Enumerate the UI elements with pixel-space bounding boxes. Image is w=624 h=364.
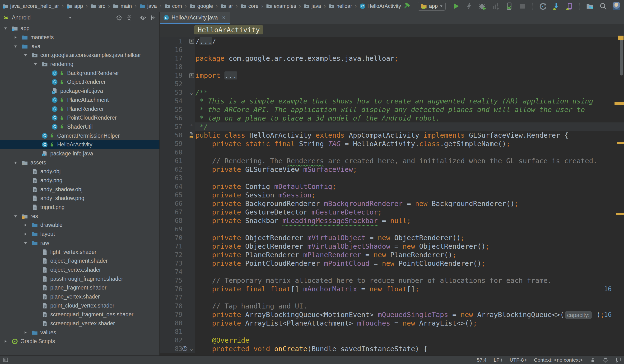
gutter[interactable]: 82 [160, 336, 195, 344]
code-line-57[interactable]: 57⌃ */ [160, 122, 624, 131]
collapsed-arrow-icon[interactable] [12, 34, 19, 41]
gutter[interactable]: 19+ [160, 71, 195, 80]
tree-item-manifests[interactable]: manifests [0, 33, 159, 42]
sync-gradle-icon[interactable] [539, 2, 547, 10]
tree-item-object-vertex-shader[interactable]: object_vertex.shader [0, 265, 159, 275]
collapsed-arrow-icon[interactable] [22, 222, 28, 228]
tree-item-raw[interactable]: raw [0, 239, 159, 248]
expanded-arrow-icon[interactable] [12, 43, 19, 49]
gutter[interactable]: 71 [160, 242, 195, 251]
tree-item-screenquad-vertex-shader[interactable]: screenquad_vertex.shader [0, 319, 159, 328]
breadcrumb-item[interactable]: app [66, 3, 83, 9]
collapse-all-icon[interactable] [126, 15, 132, 21]
manifest-icon[interactable]: <> [189, 135, 194, 139]
attach-debugger-icon[interactable] [505, 2, 513, 10]
gutter[interactable]: 81 [160, 327, 195, 336]
tree-item-shaderutil[interactable]: CShaderUtil [0, 122, 159, 131]
code-line-76[interactable]: 76 private final float[] mAnchorMatrix =… [160, 285, 624, 293]
gutter[interactable]: 63 [160, 174, 195, 182]
gutter[interactable]: 83⌄ [160, 344, 195, 353]
code-line-58[interactable]: 58<>public class HelloArActivity extends… [160, 131, 624, 139]
breadcrumb-item[interactable]: ar [220, 3, 233, 9]
tree-item-drawable[interactable]: drawable [0, 221, 159, 230]
code-line-1[interactable]: 1+/.../ [160, 37, 624, 46]
context[interactable]: Context: <no context> [534, 357, 583, 363]
tree-item-plane-vertex-shader[interactable]: plane_vertex.shader [0, 292, 159, 301]
tree-item-package-info-java[interactable]: Jpackage-info.java [0, 149, 159, 158]
gutter[interactable]: 75 [160, 276, 195, 285]
fold-marker[interactable]: ⌄ [189, 344, 194, 353]
breadcrumb-item[interactable]: google [190, 3, 213, 9]
tree-item-plane-fragment-shader[interactable]: plane_fragment.shader [0, 283, 159, 292]
search-icon[interactable] [599, 2, 607, 10]
tree-item-object-fragment-shader[interactable]: object_fragment.shader [0, 257, 159, 265]
bubble-icon[interactable] [616, 357, 621, 363]
tree-item-package-info-java[interactable]: Jpackage-info.java [0, 87, 159, 96]
gutter[interactable]: 17 [160, 54, 195, 63]
tree-item-helloaractivity[interactable]: CHelloArActivity [0, 140, 159, 149]
tree-item-trigrid-png[interactable]: trigrid.png [0, 203, 159, 212]
gutter[interactable]: 61 [160, 156, 195, 165]
code-line-60[interactable]: 60 [160, 148, 624, 156]
device-explorer-icon[interactable] [586, 2, 594, 10]
breadcrumb-item[interactable]: com [164, 3, 182, 9]
tree-item-res[interactable]: res [0, 212, 159, 221]
gutter[interactable]: 64 [160, 182, 195, 191]
gutter[interactable]: 16 [160, 46, 195, 54]
gutter[interactable]: 56 [160, 114, 195, 122]
gutter[interactable]: 1+ [160, 37, 195, 46]
breadcrumb-item[interactable]: src [90, 3, 105, 9]
code-line-64[interactable]: 64 private Config mDefaultConfig; [160, 182, 624, 191]
error-stripe[interactable] [619, 12, 624, 356]
build-hammer-icon[interactable] [404, 2, 411, 10]
tree-item-gradle-scripts[interactable]: Gradle Scripts [0, 337, 159, 346]
tree-item-planeattachment[interactable]: CPlaneAttachment [0, 96, 159, 105]
gutter[interactable]: 73 [160, 259, 195, 268]
code-line-71[interactable]: 71 private ObjectRenderer mVirtualObject… [160, 242, 624, 251]
code-line-62[interactable]: 62 private GLSurfaceView mSurfaceView; [160, 165, 624, 174]
breadcrumb-item[interactable]: CHelloArActivity [360, 3, 401, 9]
gutter[interactable]: 66 [160, 199, 195, 208]
code-line-55[interactable]: 55 * the ARCore API. The application wil… [160, 105, 624, 114]
tree-item-com-google-ar-core-examples-java-helloar[interactable]: com.google.ar.core.examples.java.helloar [0, 51, 159, 60]
code-line-79[interactable]: 79 private ArrayBlockingQueue<MotionEven… [160, 310, 624, 319]
gutter[interactable]: 18 [160, 63, 195, 71]
gutter[interactable]: 59 [160, 139, 195, 148]
breadcrumb-item[interactable]: examples [266, 3, 296, 9]
apply-changes-icon[interactable] [466, 2, 473, 10]
scrollbar-thumb[interactable] [620, 40, 623, 76]
collapsed-arrow-icon[interactable] [22, 329, 28, 336]
gutter[interactable]: 79 [160, 310, 195, 319]
code-line-69[interactable]: 69 [160, 225, 624, 234]
tree-item-java[interactable]: java [0, 42, 159, 51]
code-line-70[interactable]: 70 private ObjectRenderer mVirtualObject… [160, 234, 624, 242]
expanded-arrow-icon[interactable] [12, 159, 19, 166]
breadcrumb-item[interactable]: java [139, 3, 157, 9]
tree-item-values[interactable]: values [0, 328, 159, 337]
tree-item-camerapermissionhelper[interactable]: CCameraPermissionHelper [0, 131, 159, 140]
tree-item-rendering[interactable]: rendering [0, 60, 159, 69]
gutter[interactable]: 69 [160, 225, 195, 234]
tree-item-assets[interactable]: assets [0, 158, 159, 167]
sdk-manager-icon[interactable] [552, 2, 560, 10]
code-line-18[interactable]: 18 [160, 63, 624, 71]
hector-icon[interactable] [603, 357, 608, 363]
code-line-54[interactable]: 54 * This is a simple example that shows… [160, 97, 624, 105]
gutter[interactable]: 72 [160, 251, 195, 259]
project-view-selector[interactable]: Android [3, 14, 72, 21]
code-line-17[interactable]: 17package com.google.ar.core.examples.ja… [160, 54, 624, 63]
breadcrumb-item[interactable]: java [304, 3, 321, 9]
tree-item-planerenderer[interactable]: CPlaneRenderer [0, 104, 159, 113]
gutter[interactable]: 74 [160, 268, 195, 276]
hide-panel-icon[interactable] [150, 15, 156, 21]
code-line-72[interactable]: 72 private PlaneRenderer mPlaneRenderer … [160, 251, 624, 259]
tree-item-light-vertex-shader[interactable]: light_vertex.shader [0, 247, 159, 257]
code-line-66[interactable]: 66 private BackgroundRenderer mBackgroun… [160, 199, 624, 208]
caret-position[interactable]: 57:4 [477, 357, 487, 363]
code-line-68[interactable]: 68 private Snackbar mLoadingMessageSnack… [160, 216, 624, 225]
run-icon[interactable] [452, 2, 460, 10]
code-line-80[interactable]: 80 private ArrayList<PlaneAttachment> mT… [160, 319, 624, 327]
expanded-arrow-icon[interactable] [2, 26, 8, 31]
gutter[interactable]: 55 [160, 105, 195, 114]
code-line-75[interactable]: 75 // Temporary matrix allocated here to… [160, 276, 624, 285]
